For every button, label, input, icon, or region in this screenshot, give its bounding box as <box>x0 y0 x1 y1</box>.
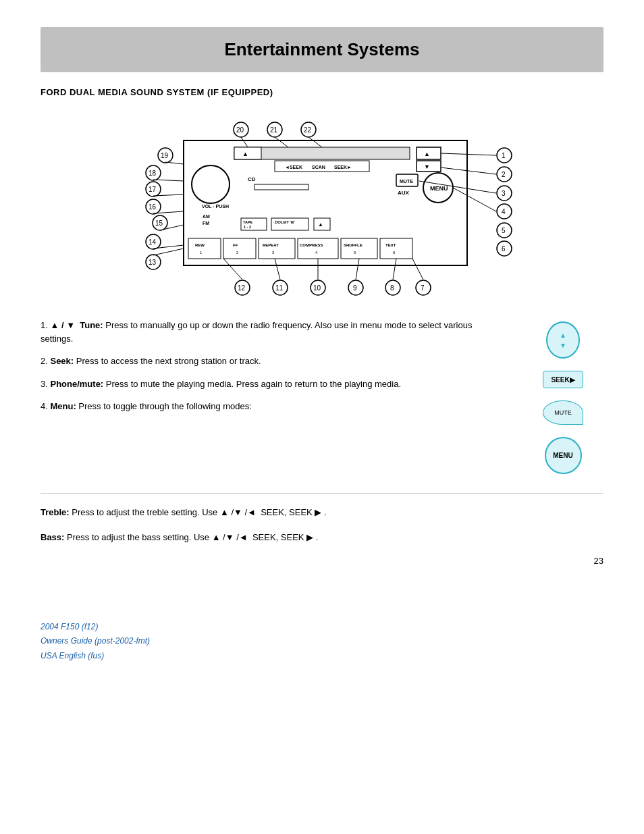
svg-text:MENU: MENU <box>430 185 448 192</box>
svg-text:16: 16 <box>149 203 157 211</box>
svg-text:AUX: AUX <box>398 190 410 196</box>
footer-line3: USA English (fus) <box>41 649 603 664</box>
svg-text:17: 17 <box>149 186 157 193</box>
svg-text:DOLBY 'B': DOLBY 'B' <box>275 220 295 224</box>
bass-desc: Bass: Press to adjust the bass setting. … <box>41 531 603 545</box>
svg-text:▲: ▲ <box>242 151 248 157</box>
svg-rect-36 <box>259 238 295 259</box>
svg-rect-45 <box>380 238 412 259</box>
tune-updown-icon: ▲ ▼ <box>546 321 580 359</box>
svg-text:TAPE: TAPE <box>243 220 253 224</box>
svg-text:▲: ▲ <box>424 151 430 157</box>
desc-item-3: 3. Phone/mute: Press to mute the playing… <box>41 377 502 391</box>
svg-text:SCAN: SCAN <box>312 165 325 170</box>
content-area: 1. ▲ / ▼ Tune: Press to manually go up o… <box>41 319 603 474</box>
svg-text:1 - 2: 1 - 2 <box>244 225 251 229</box>
treble-desc: Treble: Press to adjust the treble setti… <box>41 506 603 520</box>
svg-text:15: 15 <box>155 219 163 227</box>
svg-text:10: 10 <box>313 284 321 292</box>
svg-text:MUTE: MUTE <box>400 179 413 184</box>
svg-text:REPEAT: REPEAT <box>263 243 279 247</box>
svg-rect-42 <box>341 238 377 259</box>
svg-text:SHUFFLE: SHUFFLE <box>344 243 363 247</box>
footer-line2: Owners Guide (post-2002-fmt) <box>41 634 603 649</box>
svg-text:AM: AM <box>203 214 210 219</box>
svg-text:4: 4 <box>502 208 506 215</box>
svg-text:14: 14 <box>149 238 157 246</box>
svg-text:13: 13 <box>149 259 157 266</box>
header-banner: Entertainment Systems <box>41 27 603 72</box>
svg-text:FF: FF <box>233 243 238 247</box>
svg-text:CD: CD <box>248 176 256 182</box>
svg-text:12: 12 <box>238 284 246 292</box>
svg-text:9: 9 <box>353 284 357 292</box>
svg-text:20: 20 <box>236 126 244 134</box>
mute-icon: MUTE <box>543 400 583 425</box>
svg-text:18: 18 <box>149 170 157 177</box>
svg-text:1: 1 <box>502 152 506 159</box>
svg-text:8: 8 <box>390 284 394 292</box>
svg-text:TEXT: TEXT <box>385 243 396 247</box>
svg-line-102 <box>153 249 184 255</box>
svg-text:6: 6 <box>502 245 506 253</box>
footer: 2004 F150 (f12) Owners Guide (post-2002-… <box>41 620 603 664</box>
divider <box>41 493 603 494</box>
desc-item-4: 4. Menu: Press to toggle through the fol… <box>41 400 502 413</box>
svg-text:22: 22 <box>304 126 312 134</box>
svg-text:SEEK►: SEEK► <box>334 165 352 170</box>
svg-text:▲: ▲ <box>318 221 323 228</box>
svg-text:5: 5 <box>502 227 506 234</box>
desc-item-2: 2. Seek: Press to access the next strong… <box>41 355 502 368</box>
svg-text:COMPRESS: COMPRESS <box>300 243 323 247</box>
svg-rect-33 <box>223 238 256 259</box>
desc-column: 1. ▲ / ▼ Tune: Press to manually go up o… <box>41 319 502 474</box>
footer-line1: 2004 F150 (f12) <box>41 620 603 635</box>
svg-text:FM: FM <box>203 221 209 226</box>
menu-icon: MENU <box>545 437 582 474</box>
seek-forward-icon: SEEK▶ <box>543 371 583 388</box>
svg-rect-30 <box>188 238 221 259</box>
page-number: 23 <box>41 556 603 566</box>
svg-text:3: 3 <box>502 190 506 197</box>
svg-line-107 <box>153 180 184 181</box>
section-subtitle: FORD DUAL MEDIA SOUND SYSTEM (IF EQUIPPE… <box>41 87 603 97</box>
page-title: Entertainment Systems <box>41 39 603 60</box>
svg-text:VOL - PUSH: VOL - PUSH <box>202 204 229 209</box>
svg-point-8 <box>192 165 230 203</box>
svg-line-108 <box>165 162 184 164</box>
svg-text:11: 11 <box>275 284 284 292</box>
svg-text:◄SEEK: ◄SEEK <box>285 165 302 170</box>
svg-text:21: 21 <box>270 126 278 134</box>
radio-diagram: ◄SEEK SCAN SEEK► ▲ VOL - PUSH AM FM CD ▲… <box>41 107 603 303</box>
svg-text:7: 7 <box>421 284 425 292</box>
svg-text:▼: ▼ <box>424 163 430 170</box>
icon-column: ▲ ▼ SEEK▶ MUTE MENU <box>522 319 603 474</box>
svg-text:19: 19 <box>161 152 169 159</box>
svg-rect-39 <box>298 238 338 259</box>
desc-item-1: 1. ▲ / ▼ Tune: Press to manually go up o… <box>41 319 502 345</box>
svg-text:REW: REW <box>195 243 205 247</box>
svg-text:2: 2 <box>502 171 506 178</box>
